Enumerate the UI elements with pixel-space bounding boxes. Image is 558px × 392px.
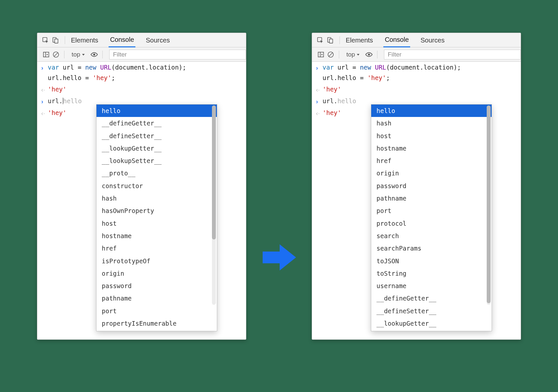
output-arrow-icon: ‹· [316,110,320,117]
autocomplete-item[interactable]: href [96,242,217,254]
filter-placeholder: Filter [113,51,127,58]
device-toggle-icon[interactable] [50,35,60,45]
context-label: top [346,51,355,58]
autocomplete-item[interactable]: pathname [96,292,217,304]
autocomplete-item[interactable]: toJSON [371,255,492,267]
scrollbar-thumb[interactable] [212,106,216,239]
result: 'hey' [48,84,243,94]
autocomplete-item[interactable]: propertyIsEnumerable [96,317,217,330]
eye-icon[interactable] [89,50,99,59]
autocomplete-item[interactable]: pathname [371,192,492,204]
autocomplete-item[interactable]: __lookupGetter__ [96,142,217,155]
autocomplete-item[interactable]: __defineSetter__ [96,130,217,142]
autocomplete-dropdown[interactable]: hello__defineGetter____defineSetter____l… [96,104,217,331]
devtools-panel-right: Elements Console Sources top Filter › va… [312,33,521,340]
autocomplete-item[interactable]: password [371,180,492,192]
svg-marker-19 [357,54,359,56]
svg-rect-13 [329,39,333,43]
chevron-down-icon [81,53,85,57]
sidebar-toggle-icon[interactable] [316,50,326,59]
filter-input[interactable]: Filter [109,50,246,59]
autocomplete-item[interactable]: hash [96,192,217,204]
separator [64,51,64,58]
autocomplete-item[interactable]: hello [96,105,217,117]
autocomplete-item[interactable]: host [96,217,217,230]
separator [377,51,377,58]
autocomplete-item[interactable]: origin [371,167,492,179]
context-selector[interactable]: top [344,51,362,58]
result: 'hey' [323,84,517,94]
autocomplete-item[interactable]: __defineSetter__ [371,305,492,317]
chevron-down-icon [356,53,360,57]
tabs: Elements Console Sources [344,33,446,47]
toolbar: Elements Console Sources [312,33,521,47]
tab-sources[interactable]: Sources [419,33,446,47]
tab-elements[interactable]: Elements [70,33,99,47]
separator [340,36,340,44]
clear-console-icon[interactable] [51,50,61,59]
console-body[interactable]: › var url = new URL(document.location); … [312,62,521,339]
autocomplete-item[interactable]: isPrototypeOf [96,255,217,267]
filter-input[interactable]: Filter [384,50,521,59]
autocomplete-item[interactable]: __lookupGetter__ [371,317,492,330]
autocomplete-dropdown[interactable]: hellohashhosthostnamehreforiginpasswordp… [371,104,492,331]
console-output-row: ‹· 'hey' [312,84,521,95]
svg-marker-10 [263,244,296,270]
autocomplete-item[interactable]: hasOwnProperty [96,204,217,217]
autocomplete-item[interactable]: __defineGetter__ [371,292,492,304]
code: var url = new URL(document.location); ur… [48,62,243,83]
autocomplete-item[interactable]: __proto__ [96,167,217,179]
tab-elements[interactable]: Elements [344,33,374,47]
autocomplete-item[interactable]: searchParams [371,242,492,254]
svg-point-9 [93,54,95,56]
tabs: Elements Console Sources [70,33,171,47]
device-toggle-icon[interactable] [325,35,335,45]
autocomplete-item[interactable]: __defineGetter__ [96,117,217,129]
svg-rect-14 [318,52,324,57]
toolbar: Elements Console Sources [37,33,246,47]
autocomplete-item[interactable]: protocol [371,217,492,230]
tab-console[interactable]: Console [109,33,135,47]
console-filter-row: top Filter [312,47,521,62]
scrollbar-thumb[interactable] [487,106,491,303]
autocomplete-item[interactable]: href [371,155,492,167]
autocomplete-item[interactable]: host [371,130,492,142]
context-selector[interactable]: top [70,51,87,58]
autocomplete-item[interactable]: hello [371,105,492,117]
svg-rect-2 [55,39,58,43]
tab-console[interactable]: Console [383,33,410,47]
input-arrow-icon: › [316,98,318,105]
input-arrow-icon: › [41,98,43,105]
console-body[interactable]: › var url = new URL(document.location); … [37,62,246,339]
autocomplete-item[interactable]: search [371,230,492,242]
autocomplete-item[interactable]: hostname [96,230,217,242]
autocomplete-item[interactable]: __lookupSetter__ [96,155,217,167]
autocomplete-item[interactable]: hash [371,117,492,129]
autocomplete-item[interactable]: hostname [371,142,492,155]
autocomplete-item[interactable]: constructor [96,180,217,192]
svg-point-20 [368,54,370,56]
svg-marker-5 [47,54,48,56]
inspect-icon[interactable] [315,35,325,45]
eye-icon[interactable] [364,50,374,59]
autocomplete-item[interactable]: toString [371,267,492,280]
svg-marker-16 [322,54,323,56]
tab-sources[interactable]: Sources [145,33,171,47]
output-arrow-icon: ‹· [316,86,320,93]
autocomplete-item[interactable]: port [371,204,492,217]
separator [102,51,103,58]
filter-placeholder: Filter [388,51,401,58]
inspect-icon[interactable] [41,35,50,45]
separator [65,36,65,44]
output-arrow-icon: ‹· [41,110,45,117]
autocomplete-item[interactable]: username [371,280,492,292]
code: var url = new URL(document.location); ur… [323,62,517,83]
autocomplete-item[interactable]: port [96,305,217,317]
autocomplete-item[interactable]: origin [96,267,217,280]
context-label: top [72,51,80,58]
sidebar-toggle-icon[interactable] [41,50,51,59]
arrow-right-icon [259,238,299,279]
svg-line-18 [329,53,333,56]
clear-console-icon[interactable] [326,50,336,59]
autocomplete-item[interactable]: password [96,280,217,292]
